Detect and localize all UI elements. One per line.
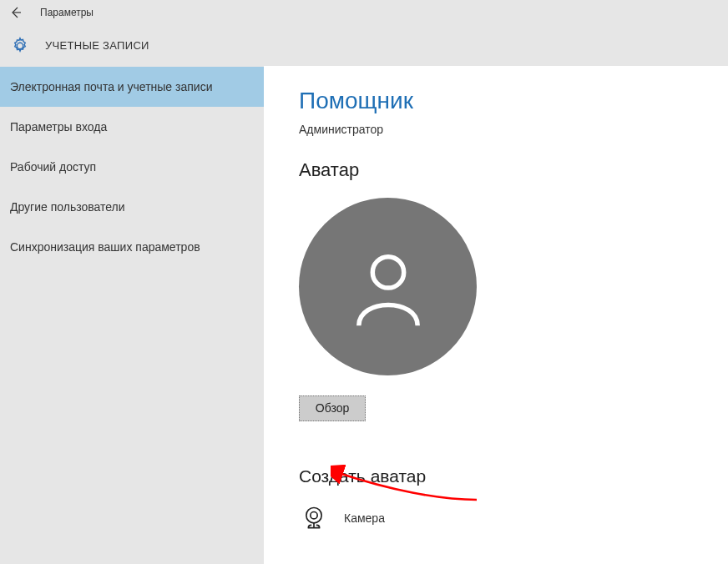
sidebar: Электронная почта и учетные записи Парам… xyxy=(0,66,264,564)
sidebar-item-signin-options[interactable]: Параметры входа xyxy=(0,107,264,147)
back-button[interactable] xyxy=(3,0,28,25)
titlebar: Параметры xyxy=(0,0,728,25)
sidebar-item-email-accounts[interactable]: Электронная почта и учетные записи xyxy=(0,67,264,107)
svg-point-1 xyxy=(372,256,403,287)
avatar xyxy=(299,198,477,375)
window-title: Параметры xyxy=(40,7,94,18)
camera-label: Камера xyxy=(344,511,385,525)
create-avatar-title: Создать аватар xyxy=(299,466,728,486)
sidebar-item-label: Параметры входа xyxy=(10,120,107,133)
person-icon xyxy=(342,241,434,333)
arrow-left-icon xyxy=(9,6,23,19)
avatar-section-title: Аватар xyxy=(299,159,728,181)
sidebar-item-label: Другие пользователи xyxy=(10,200,125,214)
sidebar-item-label: Рабочий доступ xyxy=(10,160,96,174)
create-avatar-section: Создать аватар Камера xyxy=(299,466,728,533)
page-title: УЧЕТНЫЕ ЗАПИСИ xyxy=(45,39,149,52)
sidebar-item-label: Синхронизация ваших параметров xyxy=(10,240,200,254)
account-role: Администратор xyxy=(299,123,728,136)
gear-icon xyxy=(10,36,30,56)
sidebar-item-other-users[interactable]: Другие пользователи xyxy=(0,187,264,227)
body: Электронная почта и учетные записи Парам… xyxy=(0,66,728,564)
sidebar-item-work-access[interactable]: Рабочий доступ xyxy=(0,147,264,187)
content: Помощник Администратор Аватар Обзор Созд… xyxy=(264,66,728,564)
sidebar-item-sync-settings[interactable]: Синхронизация ваших параметров xyxy=(0,227,264,267)
svg-point-2 xyxy=(306,508,321,523)
account-username: Помощник xyxy=(299,88,728,114)
svg-point-3 xyxy=(311,512,317,519)
page-header: УЧЕТНЫЕ ЗАПИСИ xyxy=(0,25,728,66)
camera-option[interactable]: Камера xyxy=(299,503,728,533)
browse-button[interactable]: Обзор xyxy=(299,395,366,421)
sidebar-item-label: Электронная почта и учетные записи xyxy=(10,80,212,93)
camera-icon xyxy=(299,503,329,533)
